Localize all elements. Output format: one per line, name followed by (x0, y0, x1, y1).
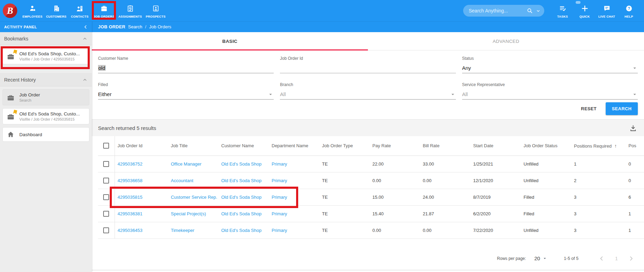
collapse-panel-icon[interactable] (83, 24, 88, 30)
cell-link[interactable]: Primary (272, 178, 287, 183)
filled-select[interactable]: Either (98, 89, 274, 100)
search-scope-chevron-icon[interactable] (536, 8, 541, 13)
cell-text: 21.87 (423, 211, 434, 216)
cell-link[interactable]: Primary (272, 211, 287, 216)
nav-assignments[interactable]: ASSIGNMENTS (117, 0, 143, 21)
previous-page-icon[interactable] (598, 255, 605, 262)
global-search[interactable] (463, 5, 544, 17)
cell-link[interactable]: Old Ed's Soda Shop (221, 228, 262, 233)
reset-button[interactable]: RESET (576, 103, 601, 115)
row-checkbox[interactable] (103, 161, 109, 167)
cell-link[interactable]: Accountant (171, 178, 193, 183)
nav-label: CUSTOMERS (46, 15, 66, 18)
cell-link[interactable]: Customer Service Rep. (171, 195, 217, 200)
customer-name-input[interactable]: old (98, 63, 274, 73)
cell-link[interactable]: Old Ed's Soda Shop (221, 211, 262, 216)
bookmarks-section-header[interactable]: Bookmarks (0, 32, 92, 45)
nav-label: JOB ORDERS (93, 15, 115, 18)
cell-link[interactable]: 4295035815 (118, 195, 143, 200)
cell-text: 3 (574, 211, 576, 216)
nav-customers[interactable]: CUSTOMERS (45, 0, 68, 21)
help-icon: ? (625, 4, 633, 14)
search-button[interactable]: SEARCH (606, 102, 638, 115)
cell-link[interactable]: Old Ed's Soda Shop (221, 161, 262, 167)
tab-basic[interactable]: BASIC (92, 32, 368, 50)
download-icon[interactable] (629, 124, 637, 132)
cell-text: 1 (574, 161, 576, 167)
recent-item-dashboard[interactable]: Dashboard (2, 127, 89, 142)
briefcase-icon (6, 52, 16, 61)
breadcrumb-current[interactable]: Job Orders (149, 24, 171, 29)
nav-tasks[interactable]: TASKS (552, 3, 574, 18)
column-header[interactable]: Start Date (470, 136, 521, 156)
select-all-checkbox[interactable] (103, 143, 109, 149)
app-logo[interactable]: B (3, 3, 17, 18)
row-checkbox[interactable] (103, 211, 109, 217)
cell-text: 15.00 (372, 195, 384, 200)
column-header[interactable]: Bill Rate (420, 136, 470, 156)
cell-text: 22.00 (372, 161, 384, 167)
sort-ascending-icon[interactable]: ↑ (614, 143, 617, 149)
nav-job-orders[interactable]: JOB ORDERS (92, 0, 116, 21)
rows-per-page-select[interactable]: 20 (534, 255, 547, 261)
cell-link[interactable]: Special Project(s) (171, 211, 206, 216)
pagination: Rows per page: 20 1-5 of 5 1 (92, 239, 644, 270)
cell-link[interactable]: Primary (272, 161, 287, 167)
column-header[interactable]: Pay Rate (370, 136, 420, 156)
nav-live-chat[interactable]: LIVE CHAT (596, 3, 618, 18)
cell-text: 0.00 (372, 178, 381, 183)
column-header[interactable]: Job Order Type (319, 136, 370, 156)
bookmark-item[interactable]: Old Ed's Soda Shop, Custo... Visifile / … (2, 48, 89, 64)
recent-history-section-header[interactable]: Recent History (0, 73, 92, 86)
dropdown-caret-icon[interactable] (632, 91, 638, 97)
cell-link[interactable]: 4295036453 (118, 228, 143, 233)
column-header[interactable]: Job Order Id (115, 136, 168, 156)
recent-item-old-eds[interactable]: Old Ed's Soda Shop, Custo... Visifile / … (2, 108, 89, 124)
column-header[interactable]: Pos (626, 136, 644, 156)
nav-quick[interactable]: QUICK (574, 3, 596, 18)
cell-link[interactable]: Timekeeper (171, 228, 194, 233)
cell-link[interactable]: 4295036381 (118, 211, 143, 216)
column-header[interactable]: Customer Name (218, 136, 269, 156)
cell-link[interactable]: Old Ed's Soda Shop (221, 195, 262, 200)
service-representative-select[interactable]: All (462, 89, 638, 100)
column-header[interactable]: Job Title (168, 136, 218, 156)
column-header[interactable]: Positions Required↑ (571, 136, 626, 156)
status-select[interactable]: Any (462, 63, 638, 73)
search-icon[interactable] (526, 7, 534, 15)
global-search-input[interactable] (469, 8, 526, 13)
job-order-id-input[interactable] (280, 63, 456, 73)
chevron-up-icon[interactable] (82, 77, 88, 83)
tab-advanced[interactable]: ADVANCED (368, 32, 644, 50)
cell-link[interactable]: Office Manager (171, 161, 202, 167)
dropdown-caret-icon[interactable] (267, 91, 274, 97)
cell-link[interactable]: Primary (272, 228, 287, 233)
cell-link[interactable]: 4295036752 (118, 161, 143, 167)
chevron-up-icon[interactable] (82, 36, 88, 41)
column-header[interactable]: Job Order Status (521, 136, 571, 156)
current-page[interactable]: 1 (615, 256, 618, 261)
cell-text: 0.00 (372, 228, 381, 233)
cell-link[interactable]: Old Ed's Soda Shop (221, 178, 262, 183)
branch-select[interactable]: All (280, 89, 456, 100)
recent-history-title: Recent History (4, 77, 36, 83)
cell-link[interactable]: Primary (272, 195, 287, 200)
row-checkbox[interactable] (103, 194, 109, 200)
nav-employees[interactable]: EMPLOYEES (21, 0, 43, 21)
breadcrumb: JOB ORDER Search / Job Orders (92, 21, 644, 32)
nav-contacts[interactable]: CONTACTS (69, 0, 90, 21)
bookmark-flag-icon (12, 109, 18, 116)
cell-link[interactable]: 4295036658 (118, 178, 143, 183)
row-checkbox[interactable] (103, 178, 109, 184)
dropdown-caret-icon[interactable] (632, 65, 638, 71)
nav-prospects[interactable]: PROSPECTS (144, 0, 167, 21)
nav-help[interactable]: ? HELP (618, 3, 640, 18)
next-page-icon[interactable] (627, 255, 635, 262)
recent-item-job-order-search[interactable]: Job Order Search (2, 89, 89, 105)
bookmarks-title: Bookmarks (4, 36, 28, 41)
row-checkbox[interactable] (103, 227, 109, 233)
indicator-dot (576, 1, 580, 4)
cell-text: 6 (628, 195, 631, 200)
column-header[interactable]: Department Name (269, 136, 319, 156)
dropdown-caret-icon[interactable] (450, 91, 456, 97)
